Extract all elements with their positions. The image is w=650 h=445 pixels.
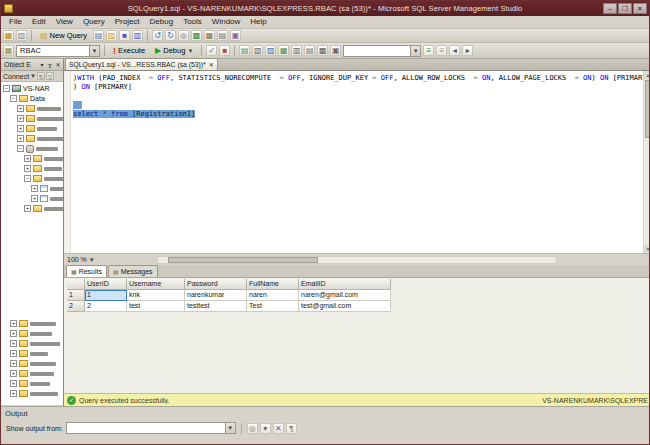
tree-item[interactable]: + [1,104,61,113]
increase-indent-icon[interactable]: ▸ [462,45,473,56]
expand-icon[interactable]: + [17,115,24,122]
new-query-button[interactable]: ▤ New Query [36,29,91,42]
menu-item-window[interactable]: Window [207,16,245,28]
undo-icon[interactable]: ↺ [152,30,163,41]
chevron-down-icon[interactable]: ▼ [225,423,235,433]
zoom-level[interactable]: 100 % [67,256,87,263]
menu-item-file[interactable]: File [4,16,27,28]
include-actual-plan-icon[interactable]: ▦ [278,45,289,56]
expand-icon[interactable]: + [10,370,17,377]
open-file-icon[interactable]: ▨ [106,30,117,41]
grid-cell[interactable]: testtest [185,301,247,312]
tree-item[interactable]: + [1,184,63,193]
grid-cell[interactable]: naren [247,290,299,301]
include-client-statistics-icon[interactable]: ▥ [291,45,302,56]
menu-item-tools[interactable]: Tools [178,16,207,28]
activity-monitor-icon[interactable]: ▩ [191,30,202,41]
expand-icon[interactable]: + [10,380,17,387]
scroll-down-icon[interactable]: ▼ [644,245,650,253]
grid-cell[interactable]: Test [247,301,299,312]
properties-window-icon[interactable]: ▤ [217,30,228,41]
grid-column-header-emailid[interactable]: EmailID [299,279,391,290]
expand-icon[interactable]: + [17,125,24,132]
tree-item-vs-nar[interactable]: −VS-NAR [1,84,49,93]
debug-button[interactable]: ▶ Debug ▼ [151,44,197,57]
close-button[interactable]: ✕ [633,3,647,14]
cancel-query-icon[interactable]: ■ [219,45,230,56]
grid-cell[interactable]: test@gmail.com [299,301,391,312]
grid-cell[interactable]: naren@gmail.com [299,290,391,301]
editor-vertical-scrollbar[interactable]: ▲ ▼ [643,71,650,253]
grid-column-header-password[interactable]: Password [185,279,247,290]
connect-button[interactable]: Connect [3,73,29,80]
expand-icon[interactable]: + [31,195,38,202]
query-editor[interactable]: )WITH (PAD_INDEX = OFF, STATISTICS_NOREC… [64,71,643,253]
collapse-icon[interactable]: − [10,95,17,102]
save-all-icon[interactable]: ▥ [132,30,143,41]
menu-item-debug[interactable]: Debug [145,16,179,28]
grid-row-header[interactable]: 2 [67,301,85,312]
menu-item-help[interactable]: Help [245,16,271,28]
close-icon[interactable]: ✕ [54,61,62,68]
auto-hide-pin-icon[interactable]: ┰ [46,61,54,68]
tree-item-data[interactable]: −Data [1,94,45,103]
new-file-icon[interactable]: ▤ [93,30,104,41]
maximize-button[interactable]: ❐ [618,3,632,14]
expand-icon[interactable]: + [10,350,17,357]
close-icon[interactable]: ✕ [209,61,214,68]
expand-icon[interactable]: + [10,320,17,327]
collapse-icon[interactable]: − [17,145,24,152]
tree-item[interactable]: + [1,154,63,163]
tree-item[interactable]: + [1,194,63,203]
disconnect-icon[interactable]: ▧ [16,30,27,41]
tree-item[interactable]: + [1,369,54,378]
menu-item-query[interactable]: Query [78,16,110,28]
connect-object-explorer-icon[interactable]: ▦ [3,30,14,41]
grid-column-header-userid[interactable]: UserID [85,279,127,290]
database-selector[interactable]: RBAC ▼ [16,45,100,57]
clear-all-icon[interactable]: ✕ [273,423,284,434]
parse-query-icon[interactable]: ✓ [206,45,217,56]
grid-corner-cell[interactable] [67,279,85,290]
results-to-grid-icon[interactable]: ▩ [317,45,328,56]
expand-icon[interactable]: + [17,135,24,142]
minimize-button[interactable]: – [603,3,617,14]
scrollbar-thumb[interactable] [168,257,318,263]
chevron-down-icon[interactable]: ▼ [89,46,99,56]
expand-icon[interactable]: + [24,155,31,162]
execute-button[interactable]: ! Execute [109,44,149,58]
tree-item[interactable]: + [1,204,63,213]
tree-item[interactable]: + [1,164,62,173]
available-databases-icon[interactable]: ▦ [3,45,14,56]
refresh-icon[interactable]: ↻ [37,72,45,80]
decrease-indent-icon[interactable]: ◂ [449,45,460,56]
tree-item[interactable]: − [1,174,63,183]
editor-horizontal-scrollbar[interactable] [157,256,557,264]
tree-item[interactable]: + [1,319,56,328]
find-message-icon[interactable]: ◎ [247,423,258,434]
expand-icon[interactable]: + [10,390,17,397]
redo-icon[interactable]: ↻ [165,30,176,41]
grid-cell[interactable]: test [127,301,185,312]
save-icon[interactable]: ■ [119,30,130,41]
tree-item[interactable]: + [1,329,52,338]
collapse-icon[interactable]: − [24,175,31,182]
tree-item[interactable]: + [1,339,60,348]
chevron-down-icon[interactable]: ▼ [410,46,420,56]
tree-item[interactable]: + [1,359,56,368]
results-to-file-icon[interactable]: ▣ [330,45,341,56]
solution-explorer-icon[interactable]: ▦ [204,30,215,41]
scrollbar-thumb[interactable] [645,80,650,138]
grid-column-header-fullname[interactable]: FullName [247,279,299,290]
filter-icon[interactable]: ▽ [46,72,54,80]
tree-item[interactable]: − [1,144,58,153]
tree-item[interactable]: + [1,379,50,388]
expand-icon[interactable]: + [17,105,24,112]
grid-cell[interactable]: 2 [85,301,127,312]
tree-item[interactable]: + [1,114,63,123]
window-position-icon[interactable]: ▾ [38,61,46,68]
query-options-icon[interactable]: ▧ [252,45,263,56]
grid-cell[interactable]: narenkumar [185,290,247,301]
expand-icon[interactable]: + [10,330,17,337]
grid-cell[interactable]: knk [127,290,185,301]
